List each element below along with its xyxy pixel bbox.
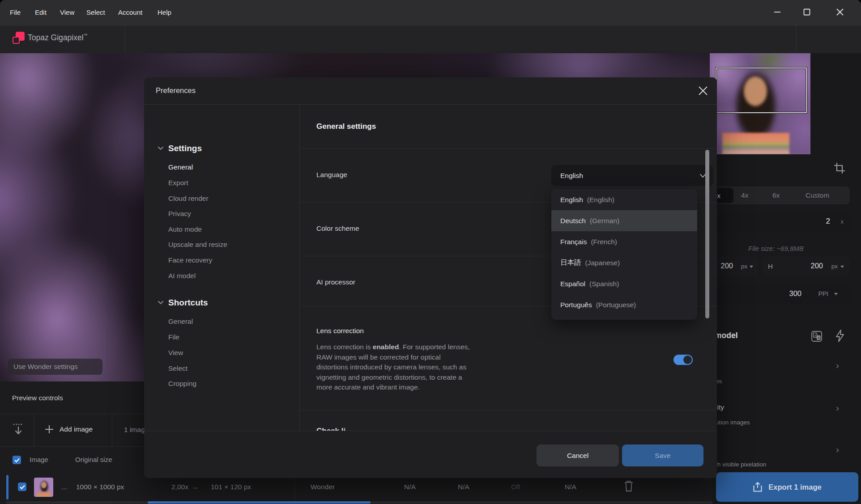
nav-item-privacy[interactable]: Privacy [168, 210, 191, 218]
content-title: General settings [316, 122, 376, 131]
row-selection-accent [6, 475, 9, 500]
option-english[interactable]: English(English) [551, 189, 697, 210]
nav-item-face-recovery[interactable]: Face recovery [168, 256, 212, 264]
add-image-button[interactable]: Add image [45, 425, 93, 434]
chevron-down-icon [158, 146, 164, 150]
menu-account[interactable]: Account [118, 8, 142, 16]
row-thumbnail[interactable] [34, 478, 53, 497]
menu-help[interactable]: Help [158, 8, 171, 16]
row-model: Wonder [311, 483, 335, 491]
unit-dropdown-icon [749, 265, 754, 268]
nav-item-ai-model[interactable]: AI model [168, 272, 196, 280]
lens-correction-toggle[interactable] [673, 355, 693, 365]
nav-shortcuts-header[interactable]: Shortcuts [168, 298, 208, 308]
ppi-dropdown-icon [834, 292, 838, 296]
option-deutsch[interactable]: Deutsch(German) [551, 210, 697, 231]
delete-row-icon[interactable] [623, 480, 634, 492]
height-input[interactable]: H 200 px [762, 257, 850, 276]
dialog-scrollbar[interactable] [705, 150, 709, 318]
scale-value-input[interactable]: 2 x [700, 212, 850, 233]
quality-row-chevron-icon[interactable]: › [836, 405, 839, 411]
menu-edit[interactable]: Edit [35, 8, 47, 16]
option-francais[interactable]: Français(French) [551, 231, 697, 252]
svg-text:A: A [814, 334, 817, 337]
option-portugues[interactable]: Português(Portuguese) [551, 294, 697, 315]
cancel-button[interactable]: Cancel [537, 445, 619, 466]
nav-settings-header[interactable]: Settings [168, 144, 202, 153]
horizontal-scrollbar-thumb[interactable] [148, 501, 371, 504]
model-row-chevron-icon[interactable]: › [836, 362, 839, 368]
scale-option-custom[interactable]: Custom [806, 191, 829, 199]
lightning-icon[interactable] [834, 329, 846, 343]
row-output-size: 101 × 120 px [211, 483, 251, 491]
lens-correction-description: Lens correction is enabled. For supporte… [316, 342, 474, 393]
menu-bar: File Edit View Select Account Help [0, 0, 861, 26]
model-section-title-fragment: model [715, 331, 738, 340]
chevron-down-icon [158, 301, 164, 305]
preferences-dialog: Preferences Settings General Export Clou… [144, 77, 717, 478]
nav-shortcut-file[interactable]: File [168, 333, 179, 341]
option-espanol[interactable]: Español(Spanish) [551, 273, 697, 294]
nav-item-cloud-render[interactable]: Cloud render [168, 195, 209, 203]
close-window-icon[interactable] [835, 7, 845, 17]
nav-shortcut-view[interactable]: View [168, 349, 183, 357]
language-dropdown-menu: English(English) Deutsch(German) Françai… [551, 189, 697, 320]
nav-shortcut-select[interactable]: Select [168, 364, 188, 373]
option-japanese[interactable]: 日本語(Japanese) [551, 252, 697, 273]
clipped-next-section-heading: Check li [316, 427, 345, 431]
use-wonder-settings-button[interactable]: Use Wonder settings [8, 359, 102, 375]
ai-processor-label: AI processor [316, 278, 355, 286]
nav-item-general[interactable]: General [168, 163, 193, 171]
scale-option-4x[interactable]: 4x [741, 191, 748, 199]
menu-file[interactable]: File [10, 8, 21, 16]
column-original-size[interactable]: Original size [75, 456, 112, 463]
nav-item-export[interactable]: Export [168, 179, 188, 187]
language-label: Language [316, 171, 347, 179]
language-select[interactable]: English [551, 165, 713, 186]
unit-dropdown-icon [840, 265, 844, 268]
dialog-close-icon[interactable] [698, 86, 708, 96]
ppi-input[interactable]: 300 PPI [700, 284, 850, 304]
plus-icon [45, 425, 54, 434]
row-na-3: N/A [565, 483, 576, 491]
pixelation-row-chevron-icon[interactable]: › [836, 446, 839, 453]
nav-item-upscale-resize[interactable]: Upscale and resize [168, 241, 227, 249]
menu-view[interactable]: View [60, 8, 74, 16]
row-checkbox[interactable] [18, 483, 26, 491]
arrow-icon: → [192, 483, 199, 491]
lens-correction-label: Lens correction [316, 327, 364, 335]
compare-ab-icon[interactable]: AB [810, 330, 823, 343]
svg-text:B: B [818, 336, 820, 339]
dialog-title: Preferences [156, 86, 196, 95]
save-button[interactable]: Save [622, 445, 703, 466]
dialog-nav: Settings General Export Cloud render Pri… [144, 105, 300, 478]
menu-select[interactable]: Select [86, 8, 105, 16]
row-name-ellipsis: ... [61, 483, 67, 491]
nav-item-auto-mode[interactable]: Auto mode [168, 225, 202, 233]
dialog-footer: Cancel Save [144, 431, 717, 478]
toggle-knob [683, 356, 692, 364]
row-na-1: N/A [404, 483, 416, 491]
app-window: File Edit View Select Account Help Topaz… [0, 0, 861, 504]
preview-controls-label: Preview controls [12, 394, 63, 402]
maximize-icon[interactable] [802, 7, 812, 17]
minimize-icon[interactable] [772, 7, 782, 17]
export-button[interactable]: Export 1 image [716, 472, 858, 502]
row-scale: 2,00x [171, 483, 188, 491]
import-icon[interactable] [13, 423, 24, 436]
select-all-checkbox[interactable] [13, 456, 21, 464]
horizontal-scrollbar[interactable] [6, 501, 712, 504]
nav-shortcut-general[interactable]: General [168, 318, 193, 326]
column-image[interactable]: Image [30, 456, 48, 463]
app-title: Topaz Gigapixel™ [28, 33, 88, 42]
navigator-view-rect[interactable] [716, 68, 807, 113]
color-scheme-label: Color scheme [316, 224, 359, 233]
nav-shortcut-cropping[interactable]: Cropping [168, 380, 196, 388]
header-bar: Topaz Gigapixel™ Pro Help Topaz Labs - f… [0, 26, 861, 53]
file-size-estimate: File size: ~69,8MB [748, 245, 804, 252]
pixelation-row-subtext-fragment: th visible pixelation [716, 461, 766, 468]
row-original-size: 1000 × 1000 px [76, 483, 124, 491]
scale-option-6x[interactable]: 6x [772, 191, 780, 199]
crop-icon[interactable] [833, 162, 846, 174]
dialog-header: Preferences [144, 77, 717, 105]
